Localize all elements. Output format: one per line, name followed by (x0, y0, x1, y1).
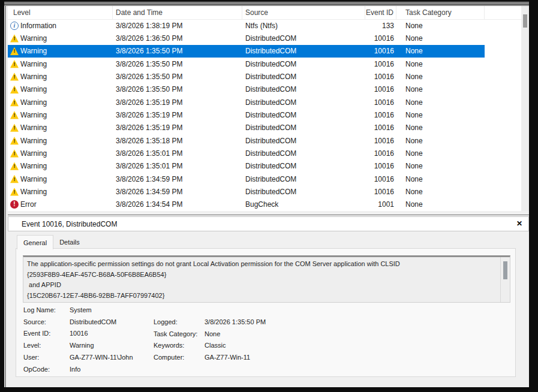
event-row[interactable]: Warning3/8/2026 1:36:50 PMDistributedCOM… (8, 32, 485, 44)
field-value: Warning (70, 342, 94, 349)
event-fields-right: Logged:3/8/2026 1:35:50 PMTask Category:… (154, 316, 266, 363)
task-category-cell: None (396, 108, 485, 121)
task-category-cell: None (396, 134, 485, 147)
message-scrollbar-thumb[interactable] (503, 261, 507, 279)
event-row[interactable]: Warning3/8/2026 1:35:01 PMDistributedCOM… (8, 160, 485, 173)
column-header-level[interactable]: Level (8, 6, 113, 19)
event-row[interactable]: Information3/8/2026 1:38:19 PMNtfs (Ntfs… (8, 19, 485, 32)
event-row[interactable]: Warning3/8/2026 1:35:50 PMDistributedCOM… (8, 83, 485, 96)
level-cell: Warning (8, 134, 113, 147)
level-label: Warning (20, 47, 47, 55)
event-row[interactable]: Warning3/8/2026 1:34:59 PMDistributedCOM… (8, 185, 485, 198)
date-time-cell: 3/8/2026 1:35:18 PM (113, 134, 242, 147)
message-line: The application-specific permission sett… (27, 259, 497, 270)
detail-field: Event ID:10016 (23, 328, 133, 340)
detail-field: Logged:3/8/2026 1:35:50 PM (154, 316, 266, 328)
event-list-header: Level Date and Time Source Event ID Task… (8, 6, 521, 20)
event-row[interactable]: Warning3/8/2026 1:35:50 PMDistributedCOM… (8, 45, 485, 58)
level-label: Warning (20, 111, 47, 119)
event-row[interactable]: Warning3/8/2026 1:35:19 PMDistributedCOM… (8, 122, 485, 134)
level-label: Warning (20, 162, 47, 170)
warning-icon (10, 137, 19, 145)
warning-icon (10, 73, 19, 81)
date-time-cell: 3/8/2026 1:34:59 PM (113, 173, 242, 185)
date-time-cell: 3/8/2026 1:35:50 PM (113, 83, 242, 96)
task-category-cell: None (396, 185, 485, 198)
level-cell: Warning (8, 70, 113, 83)
bezel-bottom (0, 387, 538, 392)
event-row[interactable]: Warning3/8/2026 1:35:19 PMDistributedCOM… (8, 96, 485, 108)
source-cell: DistributedCOM (242, 185, 365, 198)
event-row[interactable]: Warning3/8/2026 1:35:18 PMDistributedCOM… (8, 134, 485, 147)
level-label: Warning (20, 73, 47, 81)
date-time-cell: 3/8/2026 1:38:19 PM (113, 19, 242, 32)
level-cell: Warning (8, 185, 113, 198)
detail-field: Log Name:System (23, 304, 133, 316)
warning-icon (10, 111, 19, 119)
task-category-cell: None (396, 173, 485, 185)
list-vertical-scrollbar[interactable] (521, 6, 529, 211)
field-label: Event ID: (23, 330, 70, 337)
source-cell: Ntfs (Ntfs) (242, 19, 365, 32)
level-cell: Information (8, 19, 113, 32)
column-header-source[interactable]: Source (242, 6, 365, 19)
level-label: Warning (20, 149, 47, 158)
bezel-left (0, 0, 4, 392)
level-label: Information (20, 22, 56, 30)
task-category-cell: None (396, 45, 485, 58)
level-label: Warning (20, 123, 47, 132)
tab-details[interactable]: Details (53, 235, 86, 249)
event-id-cell: 10016 (365, 108, 396, 121)
event-row[interactable]: Warning3/8/2026 1:34:59 PMDistributedCOM… (8, 173, 485, 185)
task-category-cell: None (396, 32, 485, 44)
detail-tabs: GeneralDetails (17, 235, 86, 249)
event-id-cell: 10016 (365, 185, 396, 198)
event-list: Level Date and Time Source Event ID Task… (8, 6, 521, 211)
column-header-task-category[interactable]: Task Category (396, 6, 485, 19)
task-category-cell: None (396, 122, 485, 134)
event-row[interactable]: Warning3/8/2026 1:35:50 PMDistributedCOM… (8, 58, 485, 70)
date-time-cell: 3/8/2026 1:35:19 PM (113, 108, 242, 121)
task-category-cell: None (396, 19, 485, 32)
message-vertical-scrollbar[interactable] (500, 257, 510, 302)
field-value: Classic (205, 342, 226, 349)
event-id-cell: 10016 (365, 147, 396, 159)
tab-general[interactable]: General (17, 235, 53, 249)
event-message-text: The application-specific permission sett… (25, 258, 499, 301)
date-time-cell: 3/8/2026 1:36:50 PM (113, 32, 242, 44)
event-row[interactable]: Warning3/8/2026 1:35:19 PMDistributedCOM… (8, 108, 485, 121)
detail-pane-title: Event 10016, DistributedCOM (22, 220, 117, 228)
level-cell: Warning (8, 122, 113, 134)
event-row[interactable]: Warning3/8/2026 1:35:01 PMDistributedCOM… (8, 147, 485, 159)
bezel-top (0, 0, 538, 1)
detail-field: Level:Warning (23, 339, 133, 351)
level-cell: Warning (8, 45, 113, 58)
source-cell: DistributedCOM (242, 45, 365, 58)
column-header-date-time[interactable]: Date and Time (113, 6, 242, 19)
event-row[interactable]: Warning3/8/2026 1:35:50 PMDistributedCOM… (8, 70, 485, 83)
level-label: Warning (20, 34, 47, 43)
source-cell: DistributedCOM (242, 160, 365, 173)
column-header-event-id[interactable]: Event ID (365, 6, 396, 19)
level-cell: Warning (8, 96, 113, 108)
date-time-cell: 3/8/2026 1:35:01 PM (113, 160, 242, 173)
event-viewer-window: Level Date and Time Source Event ID Task… (0, 0, 538, 392)
task-category-cell: None (396, 58, 485, 70)
event-id-cell: 10016 (365, 173, 396, 185)
task-category-cell: None (396, 147, 485, 159)
event-row[interactable]: Error3/8/2026 1:34:54 PMBugCheck1001None (8, 198, 485, 211)
source-cell: DistributedCOM (242, 122, 365, 134)
field-value: GA-Z77-WIN-11\John (70, 354, 133, 361)
detail-field: OpCode:Info (23, 363, 133, 375)
level-cell: Warning (8, 173, 113, 185)
field-label: Logged: (154, 318, 205, 325)
date-time-cell: 3/8/2026 1:35:19 PM (113, 122, 242, 134)
field-value: 3/8/2026 1:35:50 PM (205, 318, 266, 325)
source-cell: DistributedCOM (242, 83, 365, 96)
panel-left-edge (5, 6, 6, 387)
close-icon[interactable]: ✕ (516, 219, 522, 228)
list-scrollbar-thumb[interactable] (523, 14, 527, 28)
task-category-cell: None (396, 96, 485, 108)
warning-icon (10, 123, 19, 132)
level-label: Warning (20, 98, 47, 107)
